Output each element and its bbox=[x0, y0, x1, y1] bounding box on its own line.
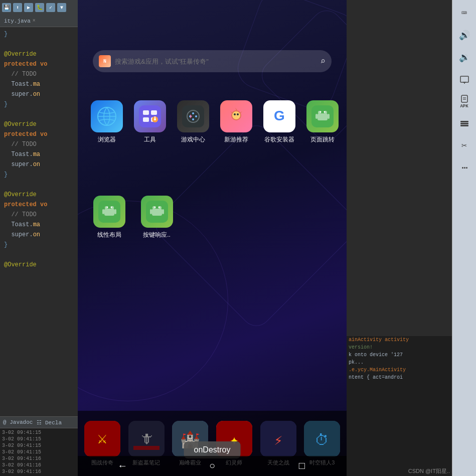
log-right-line bbox=[347, 381, 452, 383]
app-item-game-center[interactable]: 游戏中心 bbox=[174, 100, 212, 144]
svg-point-38 bbox=[110, 207, 112, 208]
check-icon[interactable]: ✓ bbox=[46, 3, 55, 12]
tab-filename[interactable]: ity.java bbox=[4, 18, 31, 24]
volume-down-btn[interactable]: 🔉 bbox=[455, 48, 473, 66]
run-icon[interactable]: ▶ bbox=[24, 3, 33, 12]
svg-point-20 bbox=[237, 113, 239, 115]
log-line: 3-02 09:41:15 bbox=[0, 449, 78, 455]
svg-point-13 bbox=[195, 115, 197, 117]
stack-btn[interactable] bbox=[455, 114, 473, 132]
app-item-browser[interactable]: 浏览器 bbox=[88, 100, 126, 144]
log-line: 3-02 09:41:15 bbox=[0, 436, 78, 442]
home-btn[interactable]: ○ bbox=[203, 458, 221, 474]
code-line bbox=[0, 39, 78, 49]
decl-tab[interactable]: ☷ Decla bbox=[37, 419, 62, 426]
svg-rect-34 bbox=[104, 209, 114, 216]
code-line: } bbox=[0, 170, 78, 180]
log-line: 3-02 09:41:16 bbox=[0, 468, 78, 475]
dock-icon-game6: ⏱ bbox=[304, 421, 340, 457]
svg-rect-27 bbox=[315, 114, 318, 119]
app-item-tools[interactable]: 工具 bbox=[131, 100, 169, 144]
svg-point-46 bbox=[158, 207, 160, 208]
app-icon-new-games bbox=[220, 100, 252, 132]
log-right-line: .e.ycy.MainActivity bbox=[347, 366, 452, 374]
apk-btn[interactable]: APK bbox=[455, 92, 473, 110]
code-line: Toast.ma bbox=[0, 220, 78, 230]
svg-point-30 bbox=[324, 111, 326, 113]
dropdown-icon[interactable]: ▼ bbox=[57, 3, 66, 12]
recent-btn[interactable]: □ bbox=[293, 458, 311, 474]
svg-rect-36 bbox=[114, 209, 116, 214]
screen-btn[interactable] bbox=[455, 70, 473, 88]
app-icon-tools bbox=[134, 100, 166, 132]
app-label-linear: 线性布局 bbox=[97, 231, 121, 239]
log-panel: @ Javadoc ☷ Decla 3-02 09:41:15 3-02 09:… bbox=[0, 416, 78, 476]
svg-rect-63 bbox=[461, 95, 467, 102]
keyboard-btn[interactable]: ⌨ bbox=[455, 4, 473, 22]
app-item-google[interactable]: G 谷歌安装器 bbox=[260, 100, 298, 144]
log-line: 3-02 09:41:16 bbox=[0, 455, 78, 462]
javadoc-tab[interactable]: @ Javadoc bbox=[3, 419, 33, 425]
code-line: protected vo bbox=[0, 129, 78, 139]
app-grid-mid: 线性布局 按键响应.. bbox=[88, 196, 178, 239]
svg-rect-60 bbox=[460, 76, 468, 82]
log-line: 3-02 09:41:15 bbox=[0, 429, 78, 436]
upload-icon[interactable]: ⬆ bbox=[13, 3, 22, 12]
log-right-line: version! bbox=[347, 344, 452, 351]
svg-rect-2 bbox=[139, 105, 161, 127]
search-bar[interactable]: N ⌕ bbox=[93, 50, 332, 72]
app-icon-linear bbox=[93, 196, 125, 228]
back-btn[interactable]: ← bbox=[113, 458, 131, 474]
app-icon-google: G bbox=[263, 100, 295, 132]
emulator: N ⌕ 浏览器 bbox=[78, 0, 347, 476]
code-line: @Override bbox=[0, 49, 78, 59]
nav-bar: ← ○ □ bbox=[78, 456, 347, 476]
app-grid-top: 浏览器 工具 bbox=[88, 100, 342, 144]
svg-rect-35 bbox=[102, 209, 104, 214]
search-icon[interactable]: ⌕ bbox=[320, 56, 326, 67]
dock-icon-game5: ⚡ bbox=[260, 421, 296, 457]
code-line: } bbox=[0, 240, 78, 250]
dock-icon-game2: 🗡 bbox=[128, 421, 165, 457]
code-line: Toast.ma bbox=[0, 79, 78, 89]
svg-point-29 bbox=[320, 111, 322, 113]
tab-close[interactable]: × bbox=[33, 18, 36, 24]
app-icon-game-center bbox=[177, 100, 209, 132]
svg-text:🗡: 🗡 bbox=[139, 432, 153, 447]
app-label-page-jump: 页面跳转 bbox=[310, 135, 335, 144]
app-item-page-jump[interactable]: 页面跳转 bbox=[303, 100, 342, 144]
code-line bbox=[0, 250, 78, 260]
log-area: 3-02 09:41:15 3-02 09:41:15 3-02 09:41:1… bbox=[0, 428, 78, 476]
code-line: } bbox=[0, 29, 78, 39]
svg-rect-66 bbox=[460, 121, 468, 122]
log-right-line: ainActivity activity bbox=[347, 336, 452, 344]
code-line: // TODO bbox=[0, 139, 78, 149]
nox-logo: N bbox=[99, 55, 111, 67]
debug-icon[interactable]: 🐛 bbox=[35, 3, 44, 12]
code-line: @Override bbox=[0, 119, 78, 129]
app-item-new-games[interactable]: 新游推荐 bbox=[217, 100, 255, 144]
app-item-linear[interactable]: 线性布局 bbox=[88, 196, 130, 239]
volume-up-btn[interactable]: 🔊 bbox=[455, 26, 473, 44]
svg-point-9 bbox=[154, 118, 156, 120]
log-right-line: k onto device '127 bbox=[347, 351, 452, 359]
scissors-btn[interactable]: ✂ bbox=[455, 136, 473, 154]
code-line: @Override bbox=[0, 260, 78, 270]
app-icon-btn-response bbox=[141, 196, 173, 228]
svg-text:G: G bbox=[274, 108, 285, 123]
bottom-tabs: @ Javadoc ☷ Decla bbox=[0, 416, 78, 428]
csdn-watermark: CSDN @IT阳星.. bbox=[408, 467, 450, 475]
search-input[interactable] bbox=[115, 58, 316, 65]
svg-rect-68 bbox=[460, 125, 468, 126]
ondestroy-label: onDestroy bbox=[194, 445, 231, 454]
more-btn[interactable]: ⋯ bbox=[455, 158, 473, 177]
app-item-btn-response[interactable]: 按键响应.. bbox=[135, 196, 178, 239]
svg-rect-4 bbox=[151, 110, 157, 115]
code-line: protected vo bbox=[0, 59, 78, 69]
svg-rect-3 bbox=[143, 110, 149, 115]
svg-text:⚔: ⚔ bbox=[97, 430, 107, 448]
save-icon[interactable]: 💾 bbox=[2, 3, 11, 12]
ide-tab: ity.java × bbox=[0, 15, 78, 27]
log-right-line: pk... bbox=[347, 359, 452, 366]
code-line: super.on bbox=[0, 160, 78, 170]
